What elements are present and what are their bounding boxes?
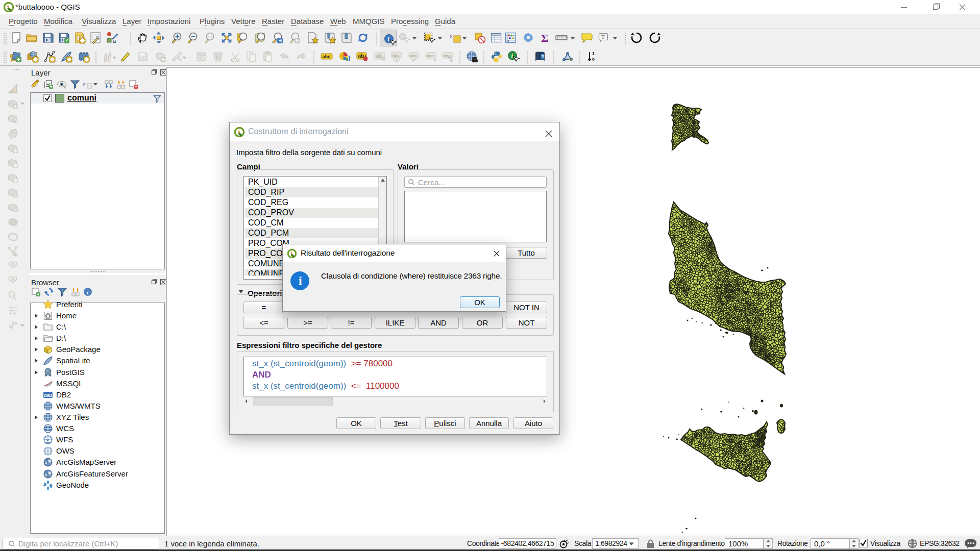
svg-text:ε: ε bbox=[83, 80, 86, 88]
svg-text:a: a bbox=[113, 38, 116, 44]
svg-text:T: T bbox=[601, 34, 605, 40]
svg-text:1: 1 bbox=[592, 51, 595, 56]
svg-text:abc: abc bbox=[393, 53, 400, 58]
svg-text:ab: ab bbox=[376, 53, 382, 59]
svg-text:abc: abc bbox=[410, 54, 417, 58]
svg-text:abc: abc bbox=[323, 54, 331, 59]
svg-text:abc: abc bbox=[427, 54, 434, 58]
svg-text:Σ: Σ bbox=[541, 32, 548, 44]
svg-text:V: V bbox=[46, 438, 49, 442]
svg-text:?: ? bbox=[542, 54, 544, 59]
svg-text:1:1: 1:1 bbox=[208, 35, 213, 39]
svg-text:ab: ab bbox=[358, 53, 364, 59]
svg-text:9: 9 bbox=[592, 57, 595, 62]
svg-text:ε: ε bbox=[450, 32, 453, 40]
svg-text:DB2: DB2 bbox=[44, 393, 53, 398]
